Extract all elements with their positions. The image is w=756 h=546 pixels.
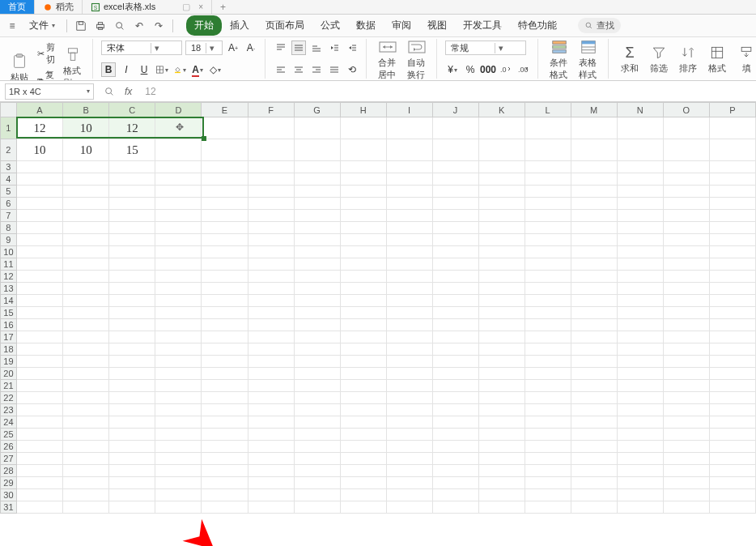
ribbon-tab-layout[interactable]: 页面布局 — [257, 15, 312, 36]
cell[interactable] — [617, 380, 663, 392]
zoom-formula-icon[interactable] — [102, 84, 117, 99]
column-header[interactable]: B — [63, 103, 109, 117]
cell[interactable] — [202, 161, 248, 173]
cell[interactable] — [478, 234, 525, 246]
cell[interactable] — [16, 489, 62, 501]
cell[interactable] — [294, 465, 340, 477]
cell[interactable] — [386, 368, 432, 380]
cell[interactable] — [478, 222, 525, 234]
cell[interactable] — [386, 477, 432, 489]
cell[interactable] — [617, 271, 663, 283]
cell[interactable] — [16, 186, 62, 198]
cell[interactable] — [571, 356, 617, 368]
cell[interactable] — [294, 186, 340, 198]
cell[interactable] — [155, 186, 202, 198]
cell[interactable] — [525, 198, 571, 210]
border-button[interactable]: ▾ — [155, 62, 169, 77]
align-bottom-button[interactable] — [309, 41, 324, 55]
cell[interactable] — [525, 139, 571, 161]
cell[interactable] — [248, 441, 294, 453]
cell[interactable] — [617, 368, 663, 380]
cell[interactable] — [16, 477, 62, 489]
cell[interactable] — [63, 380, 109, 392]
cell[interactable] — [709, 319, 755, 331]
cell[interactable] — [709, 173, 755, 186]
cell[interactable] — [109, 477, 155, 489]
cell[interactable] — [617, 307, 663, 319]
cell[interactable] — [340, 173, 386, 186]
cell[interactable] — [432, 307, 478, 319]
new-tab-button[interactable]: + — [212, 0, 234, 14]
cell[interactable] — [155, 465, 202, 477]
cell[interactable] — [202, 258, 248, 271]
cell[interactable] — [340, 186, 386, 198]
row-header[interactable]: 19 — [1, 356, 17, 368]
cell[interactable] — [386, 453, 432, 465]
cell[interactable] — [248, 139, 294, 161]
column-header[interactable]: L — [525, 103, 571, 117]
cell[interactable] — [617, 441, 663, 453]
cell[interactable] — [663, 246, 709, 258]
cell[interactable] — [709, 307, 755, 319]
cell[interactable] — [617, 161, 663, 173]
cell[interactable] — [63, 161, 109, 173]
cell[interactable] — [525, 465, 571, 477]
cell[interactable] — [202, 319, 248, 331]
cell[interactable] — [294, 501, 340, 514]
cell[interactable] — [340, 380, 386, 392]
cell[interactable] — [617, 117, 663, 139]
fill-button[interactable]: 填 — [733, 41, 756, 76]
cell[interactable] — [109, 319, 155, 331]
cell[interactable] — [109, 161, 155, 173]
app-menu-icon[interactable]: ≡ — [5, 19, 19, 33]
cell[interactable] — [432, 271, 478, 283]
cell[interactable] — [663, 368, 709, 380]
merge-center-button[interactable]: 合并居中 — [375, 37, 401, 81]
cell[interactable] — [340, 222, 386, 234]
cell[interactable] — [432, 368, 478, 380]
cell[interactable] — [63, 368, 109, 380]
column-header[interactable]: N — [617, 103, 663, 117]
cell[interactable] — [432, 319, 478, 331]
cell[interactable] — [248, 356, 294, 368]
underline-button[interactable]: U — [137, 62, 151, 77]
cell[interactable] — [709, 258, 755, 271]
cell[interactable] — [432, 173, 478, 186]
column-header[interactable]: I — [386, 103, 432, 117]
cell[interactable] — [478, 368, 525, 380]
row-header[interactable]: 27 — [1, 453, 17, 465]
cell[interactable] — [663, 186, 709, 198]
format-painter-button[interactable]: 格式刷 — [60, 44, 86, 81]
cell[interactable] — [248, 429, 294, 441]
cell[interactable] — [16, 319, 62, 331]
column-header[interactable]: P — [709, 103, 755, 117]
cell[interactable] — [294, 295, 340, 307]
cell[interactable] — [709, 331, 755, 343]
cell[interactable] — [155, 404, 202, 416]
cell[interactable] — [63, 283, 109, 295]
cell[interactable] — [525, 234, 571, 246]
cell[interactable] — [248, 477, 294, 489]
cell[interactable] — [294, 222, 340, 234]
cell[interactable] — [617, 465, 663, 477]
cell[interactable] — [294, 307, 340, 319]
cell[interactable] — [202, 380, 248, 392]
cell[interactable] — [202, 441, 248, 453]
row-header[interactable]: 21 — [1, 380, 17, 392]
cell[interactable] — [709, 234, 755, 246]
cell[interactable] — [525, 319, 571, 331]
ribbon-tab-view[interactable]: 视图 — [419, 15, 455, 36]
conditional-format-button[interactable]: 条件格式 — [546, 37, 572, 81]
cell[interactable] — [663, 210, 709, 222]
cell[interactable] — [294, 210, 340, 222]
cell[interactable] — [478, 173, 525, 186]
formula-input[interactable]: 12 — [140, 86, 751, 97]
cell[interactable] — [432, 222, 478, 234]
cell[interactable] — [478, 477, 525, 489]
cell[interactable] — [432, 453, 478, 465]
cell[interactable] — [617, 234, 663, 246]
cell[interactable] — [63, 501, 109, 514]
font-name-combo[interactable]: 宋体▾ — [101, 41, 182, 55]
cell[interactable] — [478, 501, 525, 514]
cell[interactable] — [386, 307, 432, 319]
